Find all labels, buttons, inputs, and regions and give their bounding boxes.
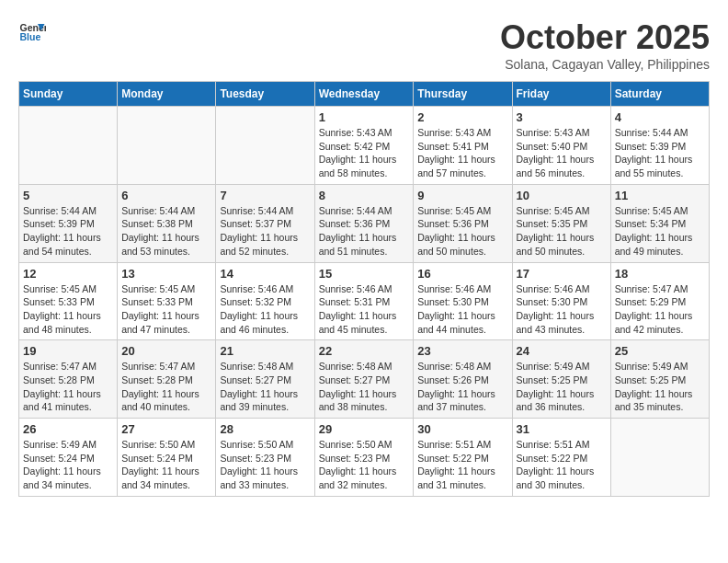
day-number: 19 bbox=[23, 344, 113, 358]
calendar-table: SundayMondayTuesdayWednesdayThursdayFrid… bbox=[18, 81, 710, 497]
day-number: 11 bbox=[615, 189, 705, 202]
calendar-cell: 12Sunrise: 5:45 AM Sunset: 5:33 PM Dayli… bbox=[19, 262, 118, 340]
day-number: 1 bbox=[319, 110, 410, 124]
day-detail: Sunrise: 5:44 AM Sunset: 5:38 PM Dayligh… bbox=[121, 204, 211, 259]
calendar-cell: 27Sunrise: 5:50 AM Sunset: 5:24 PM Dayli… bbox=[118, 419, 216, 497]
day-detail: Sunrise: 5:48 AM Sunset: 5:27 PM Dayligh… bbox=[220, 360, 310, 414]
day-number: 3 bbox=[517, 110, 607, 124]
calendar-cell: 4Sunrise: 5:44 AM Sunset: 5:39 PM Daylig… bbox=[610, 107, 709, 185]
day-number: 6 bbox=[121, 189, 211, 202]
calendar-cell: 28Sunrise: 5:50 AM Sunset: 5:23 PM Dayli… bbox=[216, 419, 314, 497]
day-detail: Sunrise: 5:47 AM Sunset: 5:28 PM Dayligh… bbox=[121, 360, 211, 414]
weekday-header: Thursday bbox=[414, 82, 512, 107]
weekday-header: Monday bbox=[118, 82, 216, 107]
calendar-cell: 24Sunrise: 5:49 AM Sunset: 5:25 PM Dayli… bbox=[512, 340, 610, 419]
day-number: 13 bbox=[121, 267, 211, 281]
day-detail: Sunrise: 5:50 AM Sunset: 5:23 PM Dayligh… bbox=[220, 438, 310, 492]
calendar-cell: 25Sunrise: 5:49 AM Sunset: 5:25 PM Dayli… bbox=[610, 340, 709, 419]
day-detail: Sunrise: 5:45 AM Sunset: 5:35 PM Dayligh… bbox=[517, 204, 607, 259]
day-detail: Sunrise: 5:44 AM Sunset: 5:37 PM Dayligh… bbox=[220, 204, 310, 259]
calendar-cell: 13Sunrise: 5:45 AM Sunset: 5:33 PM Dayli… bbox=[118, 262, 216, 340]
day-detail: Sunrise: 5:45 AM Sunset: 5:33 PM Dayligh… bbox=[23, 282, 113, 337]
calendar-cell: 9Sunrise: 5:45 AM Sunset: 5:36 PM Daylig… bbox=[414, 184, 512, 262]
day-number: 28 bbox=[220, 422, 310, 436]
calendar-cell: 3Sunrise: 5:43 AM Sunset: 5:40 PM Daylig… bbox=[512, 107, 610, 185]
day-detail: Sunrise: 5:51 AM Sunset: 5:22 PM Dayligh… bbox=[517, 438, 607, 492]
calendar-cell: 7Sunrise: 5:44 AM Sunset: 5:37 PM Daylig… bbox=[216, 184, 314, 262]
day-number: 27 bbox=[121, 422, 211, 436]
calendar-week-row: 1Sunrise: 5:43 AM Sunset: 5:42 PM Daylig… bbox=[19, 107, 710, 185]
day-detail: Sunrise: 5:48 AM Sunset: 5:26 PM Dayligh… bbox=[417, 360, 507, 414]
day-detail: Sunrise: 5:49 AM Sunset: 5:25 PM Dayligh… bbox=[517, 360, 607, 414]
weekday-header: Sunday bbox=[19, 82, 118, 107]
calendar-cell: 19Sunrise: 5:47 AM Sunset: 5:28 PM Dayli… bbox=[19, 340, 118, 419]
weekday-header: Wednesday bbox=[314, 82, 414, 107]
calendar-cell bbox=[118, 107, 216, 185]
calendar-cell: 23Sunrise: 5:48 AM Sunset: 5:26 PM Dayli… bbox=[414, 340, 512, 419]
calendar-cell: 14Sunrise: 5:46 AM Sunset: 5:32 PM Dayli… bbox=[216, 262, 314, 340]
day-detail: Sunrise: 5:44 AM Sunset: 5:39 PM Dayligh… bbox=[23, 204, 113, 259]
day-detail: Sunrise: 5:48 AM Sunset: 5:27 PM Dayligh… bbox=[319, 360, 410, 414]
day-number: 20 bbox=[121, 344, 211, 358]
calendar-header-row: SundayMondayTuesdayWednesdayThursdayFrid… bbox=[19, 82, 710, 107]
calendar-cell: 22Sunrise: 5:48 AM Sunset: 5:27 PM Dayli… bbox=[314, 340, 414, 419]
day-detail: Sunrise: 5:46 AM Sunset: 5:31 PM Dayligh… bbox=[319, 282, 410, 337]
day-number: 26 bbox=[23, 422, 113, 436]
calendar-cell: 31Sunrise: 5:51 AM Sunset: 5:22 PM Dayli… bbox=[512, 419, 610, 497]
day-number: 31 bbox=[517, 422, 607, 436]
day-number: 25 bbox=[615, 344, 705, 358]
day-number: 12 bbox=[23, 267, 113, 281]
page-header: General Blue October 2025 Solana, Cagaya… bbox=[18, 18, 710, 72]
day-number: 8 bbox=[319, 189, 410, 202]
day-detail: Sunrise: 5:47 AM Sunset: 5:29 PM Dayligh… bbox=[615, 282, 705, 337]
day-detail: Sunrise: 5:44 AM Sunset: 5:39 PM Dayligh… bbox=[615, 126, 705, 180]
day-detail: Sunrise: 5:50 AM Sunset: 5:24 PM Dayligh… bbox=[121, 438, 211, 492]
day-detail: Sunrise: 5:45 AM Sunset: 5:34 PM Dayligh… bbox=[615, 204, 705, 259]
calendar-cell: 26Sunrise: 5:49 AM Sunset: 5:24 PM Dayli… bbox=[19, 419, 118, 497]
day-number: 18 bbox=[615, 267, 705, 281]
month-title: October 2025 bbox=[500, 18, 710, 57]
calendar-cell: 29Sunrise: 5:50 AM Sunset: 5:23 PM Dayli… bbox=[314, 419, 414, 497]
day-detail: Sunrise: 5:50 AM Sunset: 5:23 PM Dayligh… bbox=[319, 438, 410, 492]
svg-text:Blue: Blue bbox=[20, 31, 41, 42]
day-detail: Sunrise: 5:47 AM Sunset: 5:28 PM Dayligh… bbox=[23, 360, 113, 414]
day-detail: Sunrise: 5:49 AM Sunset: 5:24 PM Dayligh… bbox=[23, 438, 113, 492]
day-number: 15 bbox=[319, 267, 410, 281]
day-number: 21 bbox=[220, 344, 310, 358]
weekday-header: Saturday bbox=[610, 82, 709, 107]
calendar-week-row: 19Sunrise: 5:47 AM Sunset: 5:28 PM Dayli… bbox=[19, 340, 710, 419]
day-number: 10 bbox=[517, 189, 607, 202]
day-detail: Sunrise: 5:51 AM Sunset: 5:22 PM Dayligh… bbox=[417, 438, 507, 492]
weekday-header: Friday bbox=[512, 82, 610, 107]
day-number: 5 bbox=[23, 189, 113, 202]
calendar-cell: 5Sunrise: 5:44 AM Sunset: 5:39 PM Daylig… bbox=[19, 184, 118, 262]
day-detail: Sunrise: 5:45 AM Sunset: 5:33 PM Dayligh… bbox=[121, 282, 211, 337]
day-number: 16 bbox=[417, 267, 507, 281]
calendar-cell: 15Sunrise: 5:46 AM Sunset: 5:31 PM Dayli… bbox=[314, 262, 414, 340]
location: Solana, Cagayan Valley, Philippines bbox=[500, 57, 710, 72]
day-number: 30 bbox=[417, 422, 507, 436]
calendar-week-row: 12Sunrise: 5:45 AM Sunset: 5:33 PM Dayli… bbox=[19, 262, 710, 340]
day-detail: Sunrise: 5:46 AM Sunset: 5:30 PM Dayligh… bbox=[417, 282, 507, 337]
day-detail: Sunrise: 5:46 AM Sunset: 5:30 PM Dayligh… bbox=[517, 282, 607, 337]
day-number: 22 bbox=[319, 344, 410, 358]
calendar-cell: 20Sunrise: 5:47 AM Sunset: 5:28 PM Dayli… bbox=[118, 340, 216, 419]
day-number: 4 bbox=[615, 110, 705, 124]
calendar-week-row: 26Sunrise: 5:49 AM Sunset: 5:24 PM Dayli… bbox=[19, 419, 710, 497]
day-detail: Sunrise: 5:43 AM Sunset: 5:42 PM Dayligh… bbox=[319, 126, 410, 180]
day-number: 7 bbox=[220, 189, 310, 202]
calendar-cell: 30Sunrise: 5:51 AM Sunset: 5:22 PM Dayli… bbox=[414, 419, 512, 497]
day-detail: Sunrise: 5:44 AM Sunset: 5:36 PM Dayligh… bbox=[319, 204, 410, 259]
day-number: 23 bbox=[417, 344, 507, 358]
calendar-cell bbox=[216, 107, 314, 185]
logo-icon: General Blue bbox=[18, 18, 46, 46]
title-block: October 2025 Solana, Cagayan Valley, Phi… bbox=[500, 18, 710, 72]
calendar-cell: 10Sunrise: 5:45 AM Sunset: 5:35 PM Dayli… bbox=[512, 184, 610, 262]
calendar-cell: 6Sunrise: 5:44 AM Sunset: 5:38 PM Daylig… bbox=[118, 184, 216, 262]
calendar-cell bbox=[610, 419, 709, 497]
day-number: 9 bbox=[417, 189, 507, 202]
weekday-header: Tuesday bbox=[216, 82, 314, 107]
day-detail: Sunrise: 5:43 AM Sunset: 5:40 PM Dayligh… bbox=[517, 126, 607, 180]
day-number: 24 bbox=[517, 344, 607, 358]
calendar-cell: 21Sunrise: 5:48 AM Sunset: 5:27 PM Dayli… bbox=[216, 340, 314, 419]
